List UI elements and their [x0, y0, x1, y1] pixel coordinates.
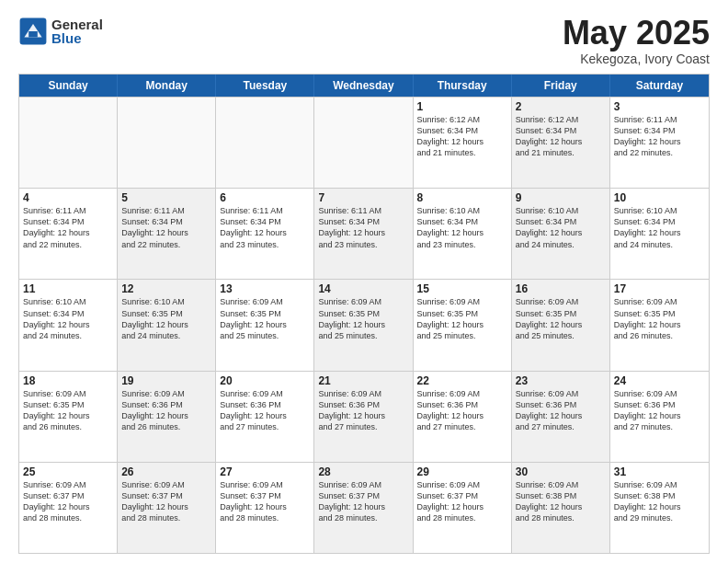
calendar-cell: 13Sunrise: 6:09 AMSunset: 6:35 PMDayligh…	[216, 280, 314, 370]
day-info: Sunrise: 6:09 AMSunset: 6:36 PMDaylight:…	[318, 388, 408, 433]
calendar-cell: 17Sunrise: 6:09 AMSunset: 6:35 PMDayligh…	[610, 280, 709, 370]
day-info: Sunrise: 6:09 AMSunset: 6:35 PMDaylight:…	[318, 296, 408, 341]
day-number: 18	[23, 374, 113, 387]
calendar-cell: 24Sunrise: 6:09 AMSunset: 6:36 PMDayligh…	[610, 372, 709, 462]
day-info: Sunrise: 6:09 AMSunset: 6:38 PMDaylight:…	[516, 479, 606, 524]
calendar-cell: 19Sunrise: 6:09 AMSunset: 6:36 PMDayligh…	[118, 372, 216, 462]
header-day-monday: Monday	[118, 75, 216, 97]
day-number: 30	[516, 465, 606, 478]
calendar-body: 1Sunrise: 6:12 AMSunset: 6:34 PMDaylight…	[19, 97, 709, 553]
calendar-cell: 12Sunrise: 6:10 AMSunset: 6:35 PMDayligh…	[118, 280, 216, 370]
logo: General Blue	[18, 17, 103, 46]
calendar-cell	[118, 98, 216, 188]
calendar-cell: 9Sunrise: 6:10 AMSunset: 6:34 PMDaylight…	[512, 189, 610, 279]
day-info: Sunrise: 6:12 AMSunset: 6:34 PMDaylight:…	[417, 114, 507, 159]
calendar-cell: 27Sunrise: 6:09 AMSunset: 6:37 PMDayligh…	[216, 463, 314, 553]
calendar: SundayMondayTuesdayWednesdayThursdayFrid…	[18, 74, 710, 554]
day-number: 17	[614, 282, 705, 295]
header-day-sunday: Sunday	[19, 75, 118, 97]
calendar-cell: 14Sunrise: 6:09 AMSunset: 6:35 PMDayligh…	[314, 280, 413, 370]
day-info: Sunrise: 6:09 AMSunset: 6:37 PMDaylight:…	[23, 479, 113, 524]
day-number: 26	[121, 465, 211, 478]
calendar-cell: 6Sunrise: 6:11 AMSunset: 6:34 PMDaylight…	[216, 189, 314, 279]
calendar-cell: 18Sunrise: 6:09 AMSunset: 6:35 PMDayligh…	[19, 372, 118, 462]
day-info: Sunrise: 6:09 AMSunset: 6:35 PMDaylight:…	[23, 388, 113, 433]
day-number: 3	[614, 100, 705, 113]
calendar-cell	[314, 98, 413, 188]
calendar-cell: 30Sunrise: 6:09 AMSunset: 6:38 PMDayligh…	[512, 463, 610, 553]
day-info: Sunrise: 6:09 AMSunset: 6:36 PMDaylight:…	[121, 388, 211, 433]
day-info: Sunrise: 6:09 AMSunset: 6:35 PMDaylight:…	[516, 296, 606, 341]
logo-icon	[18, 17, 48, 46]
calendar-cell: 4Sunrise: 6:11 AMSunset: 6:34 PMDaylight…	[19, 189, 118, 279]
header: General Blue May 2025 Kekegoza, Ivory Co…	[18, 17, 710, 66]
svg-rect-2	[28, 31, 38, 37]
calendar-cell: 3Sunrise: 6:11 AMSunset: 6:34 PMDaylight…	[610, 98, 709, 188]
day-number: 4	[23, 191, 113, 204]
title-block: May 2025 Kekegoza, Ivory Coast	[563, 17, 710, 66]
day-number: 28	[318, 465, 408, 478]
day-info: Sunrise: 6:09 AMSunset: 6:36 PMDaylight:…	[614, 388, 705, 433]
calendar-cell: 10Sunrise: 6:10 AMSunset: 6:34 PMDayligh…	[610, 189, 709, 279]
calendar-cell: 20Sunrise: 6:09 AMSunset: 6:36 PMDayligh…	[216, 372, 314, 462]
calendar-cell: 22Sunrise: 6:09 AMSunset: 6:36 PMDayligh…	[414, 372, 512, 462]
day-number: 10	[614, 191, 705, 204]
calendar-cell: 7Sunrise: 6:11 AMSunset: 6:34 PMDaylight…	[314, 189, 413, 279]
day-number: 8	[417, 191, 507, 204]
header-day-tuesday: Tuesday	[216, 75, 314, 97]
day-number: 14	[318, 282, 408, 295]
calendar-row-3: 11Sunrise: 6:10 AMSunset: 6:34 PMDayligh…	[19, 279, 709, 370]
calendar-row-1: 1Sunrise: 6:12 AMSunset: 6:34 PMDaylight…	[19, 97, 709, 188]
day-number: 5	[121, 191, 211, 204]
calendar-cell	[19, 98, 118, 188]
day-number: 22	[417, 374, 507, 387]
day-info: Sunrise: 6:09 AMSunset: 6:36 PMDaylight:…	[516, 388, 606, 433]
day-info: Sunrise: 6:09 AMSunset: 6:37 PMDaylight:…	[220, 479, 310, 524]
day-number: 2	[516, 100, 606, 113]
calendar-row-4: 18Sunrise: 6:09 AMSunset: 6:35 PMDayligh…	[19, 371, 709, 462]
day-number: 9	[516, 191, 606, 204]
day-info: Sunrise: 6:11 AMSunset: 6:34 PMDaylight:…	[23, 205, 113, 250]
header-day-wednesday: Wednesday	[314, 75, 413, 97]
calendar-row-2: 4Sunrise: 6:11 AMSunset: 6:34 PMDaylight…	[19, 188, 709, 279]
day-number: 27	[220, 465, 310, 478]
header-day-thursday: Thursday	[414, 75, 512, 97]
calendar-cell: 28Sunrise: 6:09 AMSunset: 6:37 PMDayligh…	[314, 463, 413, 553]
day-info: Sunrise: 6:09 AMSunset: 6:37 PMDaylight:…	[417, 479, 507, 524]
title-location: Kekegoza, Ivory Coast	[563, 52, 710, 66]
calendar-cell: 11Sunrise: 6:10 AMSunset: 6:34 PMDayligh…	[19, 280, 118, 370]
day-number: 13	[220, 282, 310, 295]
day-info: Sunrise: 6:10 AMSunset: 6:35 PMDaylight:…	[121, 296, 211, 341]
calendar-cell	[216, 98, 314, 188]
day-info: Sunrise: 6:10 AMSunset: 6:34 PMDaylight:…	[614, 205, 705, 250]
day-info: Sunrise: 6:09 AMSunset: 6:35 PMDaylight:…	[614, 296, 705, 341]
calendar-cell: 25Sunrise: 6:09 AMSunset: 6:37 PMDayligh…	[19, 463, 118, 553]
day-number: 20	[220, 374, 310, 387]
calendar-cell: 16Sunrise: 6:09 AMSunset: 6:35 PMDayligh…	[512, 280, 610, 370]
day-number: 19	[121, 374, 211, 387]
calendar-cell: 15Sunrise: 6:09 AMSunset: 6:35 PMDayligh…	[414, 280, 512, 370]
calendar-cell: 21Sunrise: 6:09 AMSunset: 6:36 PMDayligh…	[314, 372, 413, 462]
day-number: 31	[614, 465, 705, 478]
day-number: 6	[220, 191, 310, 204]
day-info: Sunrise: 6:09 AMSunset: 6:38 PMDaylight:…	[614, 479, 705, 524]
calendar-row-5: 25Sunrise: 6:09 AMSunset: 6:37 PMDayligh…	[19, 462, 709, 553]
day-info: Sunrise: 6:09 AMSunset: 6:35 PMDaylight:…	[220, 296, 310, 341]
day-number: 21	[318, 374, 408, 387]
day-info: Sunrise: 6:11 AMSunset: 6:34 PMDaylight:…	[121, 205, 211, 250]
day-info: Sunrise: 6:11 AMSunset: 6:34 PMDaylight:…	[220, 205, 310, 250]
header-day-friday: Friday	[512, 75, 610, 97]
day-number: 16	[516, 282, 606, 295]
day-number: 7	[318, 191, 408, 204]
title-month: May 2025	[563, 17, 710, 50]
day-number: 11	[23, 282, 113, 295]
day-info: Sunrise: 6:12 AMSunset: 6:34 PMDaylight:…	[516, 114, 606, 159]
day-number: 12	[121, 282, 211, 295]
day-number: 1	[417, 100, 507, 113]
calendar-cell: 2Sunrise: 6:12 AMSunset: 6:34 PMDaylight…	[512, 98, 610, 188]
calendar-cell: 5Sunrise: 6:11 AMSunset: 6:34 PMDaylight…	[118, 189, 216, 279]
logo-blue: Blue	[51, 31, 103, 45]
day-info: Sunrise: 6:10 AMSunset: 6:34 PMDaylight:…	[23, 296, 113, 341]
day-info: Sunrise: 6:11 AMSunset: 6:34 PMDaylight:…	[614, 114, 705, 159]
day-number: 24	[614, 374, 705, 387]
